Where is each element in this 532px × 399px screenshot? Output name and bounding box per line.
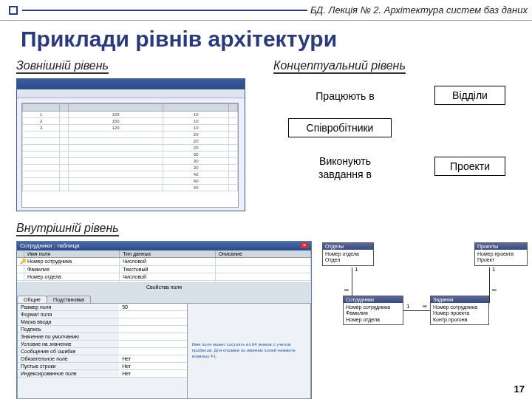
- design-titlebar: Сотрудники : таблица ×: [17, 242, 311, 250]
- relation-works-in: Працюють в: [304, 90, 386, 102]
- design-title-text: Сотрудники : таблица: [20, 242, 79, 250]
- props-help: Имя поля может состоять из 64 знаков с у…: [188, 304, 310, 398]
- er-tasks: Задания Номер сотрудникаНомер проектаКон…: [430, 296, 489, 325]
- er-link: [403, 310, 430, 311]
- cardinality-one: 1: [406, 303, 409, 310]
- er-link: [352, 267, 352, 296]
- internal-heading: Внутрішній рівень: [16, 222, 119, 236]
- relation-tasks-1: Виконують: [304, 155, 386, 167]
- internal-section: Внутрішній рівень Сотрудники : таблица ×…: [16, 222, 312, 399]
- col-description: Описание: [216, 250, 311, 257]
- col-fieldname: Имя поля: [24, 250, 120, 257]
- er-departments: Отделы Номер отделаОтдел: [322, 242, 374, 266]
- table-row: 20: [23, 145, 238, 151]
- entity-projects: Проекти: [434, 157, 505, 176]
- cardinality-one: 1: [355, 266, 358, 273]
- props-tabs: Общие Подстановка: [17, 296, 311, 303]
- tab-general[interactable]: Общие: [17, 296, 47, 303]
- relation-tasks-2: завдання в: [304, 168, 386, 180]
- breadcrumb: БД. Лекція № 2. Архітектура систем баз д…: [310, 4, 528, 16]
- er-employees: Сотрудники Номер сотрудникаФамилияНомер …: [343, 296, 403, 325]
- header-bullet-icon: [9, 6, 18, 15]
- props-caption: Свойства поля: [17, 283, 311, 291]
- table-row: 40: [23, 178, 238, 185]
- table-row: 🔑Номер сотрудникаЧисловой: [17, 258, 311, 266]
- table-row: 40: [23, 185, 238, 191]
- external-grid-window: 110010 215010 312010 20 20 20 30 30 30 4…: [16, 78, 245, 211]
- close-icon[interactable]: ×: [301, 242, 308, 248]
- external-heading: Зовнішній рівень: [16, 59, 109, 74]
- table-row: Номер отделаЧисловой: [17, 273, 311, 281]
- er-projects: Проекты Номер проектаПроект: [474, 242, 528, 266]
- er-schema: Отделы Номер отделаОтдел Проекты Номер п…: [319, 242, 529, 368]
- table-row: 30: [23, 165, 238, 171]
- table-row: 215010: [23, 118, 238, 125]
- table-design-window: Сотрудники : таблица × Имя поля Тип данн…: [16, 241, 312, 399]
- header-line: [22, 10, 307, 11]
- table-row: ФамилияТекстовый: [17, 266, 311, 273]
- cardinality-one: 1: [492, 266, 495, 273]
- table-row: 30: [23, 151, 238, 158]
- grid-menubar: [17, 89, 245, 98]
- tab-lookup[interactable]: Подстановка: [47, 296, 91, 303]
- col-datatype: Тип данных: [120, 250, 215, 257]
- table-row: 20: [23, 138, 238, 145]
- grid-titlebar: [17, 79, 245, 89]
- entity-employees: Співробітники: [288, 118, 392, 137]
- cardinality-many: ∞: [492, 287, 497, 293]
- table-row: 312010: [23, 125, 238, 132]
- table-row: 30: [23, 158, 238, 165]
- cardinality-many: ∞: [344, 287, 349, 293]
- table-row: 20: [23, 132, 238, 138]
- external-section: Зовнішній рівень 110010 215010 312010 20…: [16, 59, 164, 211]
- cardinality-many: ∞: [423, 303, 427, 310]
- conceptual-section: Концептуальний рівень: [273, 59, 406, 77]
- grid-area: 110010 215010 312010 20 20 20 30 30 30 4…: [21, 103, 239, 208]
- design-rows: 🔑Номер сотрудникаЧисловой ФамилияТекстов…: [17, 258, 311, 283]
- er-link: [489, 267, 490, 296]
- design-columns: Имя поля Тип данных Описание: [17, 250, 311, 258]
- er-link: [489, 296, 490, 303]
- page-title: Приклади рівнів архітектури: [21, 27, 532, 52]
- slide-header: БД. Лекція № 2. Архітектура систем баз д…: [0, 0, 532, 21]
- conceptual-heading: Концептуальний рівень: [273, 59, 406, 74]
- table-row: 110010: [23, 112, 238, 118]
- key-icon: 🔑: [17, 258, 24, 265]
- table-row: 40: [23, 171, 238, 178]
- entity-departments: Відділи: [434, 86, 505, 105]
- page-number: 17: [514, 383, 525, 395]
- props-panel: Размер поля50 Формат поля Маска ввода По…: [17, 303, 311, 399]
